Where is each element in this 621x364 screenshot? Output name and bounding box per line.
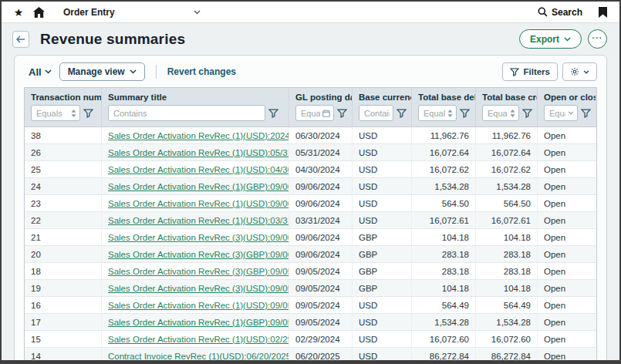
chevron-down-icon	[45, 69, 52, 74]
table-row: 19Sales Order Activation RevRec (3)(USD)…	[25, 280, 596, 297]
revert-changes-link[interactable]: Revert changes	[167, 66, 236, 77]
open-or-closed-filter[interactable]: Equals	[544, 105, 578, 121]
table-row: 14Contract Invoice RevRec (1)(USD):06/20…	[25, 348, 596, 361]
table-row: 38Sales Order Activation RevRec (1)(USD)…	[25, 127, 596, 144]
page-title: Revenue summaries	[40, 31, 185, 48]
total-base-debit-cell: 16,072.60	[412, 331, 476, 347]
total-base-debit-cell: 283.18	[412, 263, 476, 279]
gl-posting-date-cell: 09/06/2024	[289, 246, 353, 262]
summary-title-link[interactable]: Sales Order Activation RevRec (1)(USD):0…	[108, 216, 289, 225]
gl-posting-date-cell: 05/31/2024	[289, 144, 353, 160]
funnel-icon	[510, 68, 519, 76]
chevron-down-icon	[583, 70, 589, 74]
filters-button[interactable]: Filters	[502, 62, 558, 81]
base-currency-cell: USD	[353, 161, 412, 177]
gl-posting-date-cell: 06/30/2024	[289, 127, 353, 143]
status-cell: Open	[538, 127, 596, 143]
status-cell: Open	[538, 195, 596, 211]
status-cell: Open	[538, 348, 596, 361]
chevron-down-icon	[568, 111, 574, 115]
status-cell: Open	[538, 331, 596, 347]
summary-title-link[interactable]: Sales Order Activation RevRec (1)(USD):0…	[108, 199, 289, 208]
summary-title-link[interactable]: Contract Invoice RevRec (1)(USD):06/20/2…	[108, 352, 289, 361]
summary-title-link[interactable]: Sales Order Activation RevRec (1)(USD):0…	[108, 148, 289, 157]
column-total-base-credit: Total base credit Equals	[476, 88, 538, 126]
funnel-icon[interactable]	[337, 109, 347, 118]
total-base-debit-filter-operator[interactable]: Equals	[418, 105, 457, 121]
status-cell: Open	[538, 263, 596, 279]
status-cell: Open	[538, 229, 596, 245]
summary-title-link[interactable]: Sales Order Activation RevRec (1)(GBP):0…	[108, 318, 289, 327]
status-cell: Open	[538, 297, 596, 313]
transaction-number-filter-operator[interactable]: Equals	[31, 105, 80, 121]
column-label: Summary title	[102, 92, 289, 105]
total-base-credit-cell: 104.18	[476, 280, 538, 296]
gl-posting-date-cell: 09/05/2024	[289, 263, 353, 279]
total-base-credit-cell: 11,962.76	[476, 127, 538, 143]
app-window: ★ Order Entry Search Revenue summaries E…	[0, 0, 621, 364]
funnel-icon[interactable]	[83, 109, 93, 118]
base-currency-cell: GBP	[353, 263, 412, 279]
column-label: Total base debit	[412, 92, 475, 105]
base-currency-cell: USD	[353, 127, 412, 143]
summary-title-link[interactable]: Sales Order Activation RevRec (3)(GBP):0…	[108, 250, 289, 259]
transaction-number-cell: 21	[25, 229, 102, 245]
back-button[interactable]	[12, 31, 29, 48]
table-header: Transaction number Equals Summary title	[25, 88, 596, 127]
base-currency-cell: USD	[353, 314, 412, 330]
gl-posting-date-filter[interactable]: Equa	[295, 105, 334, 121]
table-body: 38Sales Order Activation RevRec (1)(USD)…	[25, 127, 596, 361]
sort-arrows-icon	[510, 110, 515, 117]
favorites-star-icon[interactable]: ★	[12, 6, 25, 19]
summary-title-link[interactable]: Sales Order Activation RevRec (3)(USD):0…	[108, 284, 289, 293]
funnel-icon[interactable]	[397, 109, 407, 118]
summary-title-link[interactable]: Sales Order Activation RevRec (3)(USD):0…	[108, 233, 289, 242]
summary-title-filter-input[interactable]	[113, 109, 262, 118]
funnel-icon[interactable]	[581, 109, 591, 118]
summary-title-cell: Sales Order Activation RevRec (3)(GBP):0…	[102, 263, 289, 279]
summary-title-cell: Sales Order Activation RevRec (1)(USD):0…	[102, 161, 289, 177]
table-row: 22Sales Order Activation RevRec (1)(USD)…	[25, 212, 596, 229]
summary-title-link[interactable]: Sales Order Activation RevRec (1)(USD):0…	[108, 165, 289, 174]
summary-title-link[interactable]: Sales Order Activation RevRec (1)(USD):0…	[108, 335, 289, 344]
summary-title-link[interactable]: Sales Order Activation RevRec (1)(USD):2…	[108, 131, 289, 140]
total-base-debit-cell: 11,962.76	[412, 127, 476, 143]
global-search[interactable]: Search	[538, 7, 582, 18]
manage-view-button[interactable]: Manage view	[59, 62, 145, 81]
funnel-icon[interactable]	[460, 109, 470, 118]
home-icon[interactable]	[32, 6, 45, 19]
summary-title-cell: Sales Order Activation RevRec (1)(USD):2…	[102, 127, 289, 143]
transaction-number-cell: 24	[25, 178, 102, 194]
total-base-credit-cell: 1,534.28	[476, 314, 538, 330]
total-base-credit-filter-operator[interactable]: Equals	[482, 105, 519, 121]
base-currency-cell: USD	[353, 348, 412, 361]
summary-title-cell: Sales Order Activation RevRec (1)(USD):0…	[102, 297, 289, 313]
view-dropdown[interactable]: All	[29, 66, 52, 78]
summary-title-link[interactable]: Sales Order Activation RevRec (1)(GBP):0…	[108, 182, 289, 191]
module-selector[interactable]: Order Entry	[63, 7, 201, 18]
funnel-icon[interactable]	[522, 109, 532, 118]
summary-title-link[interactable]: Sales Order Activation RevRec (3)(GBP):0…	[108, 267, 289, 276]
sort-arrows-icon	[447, 110, 453, 117]
transaction-number-cell: 19	[25, 280, 102, 296]
export-button[interactable]: Export	[519, 29, 582, 49]
total-base-credit-cell: 16,072.61	[476, 212, 538, 228]
transaction-number-cell: 16	[25, 297, 102, 313]
column-transaction-number: Transaction number Equals	[25, 88, 102, 126]
base-currency-filter-input[interactable]	[364, 109, 390, 118]
summary-title-link[interactable]: Sales Order Activation RevRec (1)(USD):0…	[108, 301, 289, 310]
bookmark-icon[interactable]	[596, 6, 609, 19]
total-base-debit-cell: 564.50	[412, 195, 476, 211]
search-label: Search	[552, 7, 582, 18]
base-currency-filter-input-wrap	[359, 105, 393, 121]
total-base-debit-cell: 16,072.62	[412, 161, 476, 177]
funnel-icon[interactable]	[268, 109, 278, 118]
total-base-credit-cell: 283.18	[476, 246, 538, 262]
grid-settings-button[interactable]	[562, 62, 597, 81]
summary-title-cell: Sales Order Activation RevRec (1)(USD):0…	[102, 144, 289, 160]
more-actions-button[interactable]: ···	[588, 29, 607, 49]
status-cell: Open	[538, 246, 596, 262]
total-base-credit-cell: 564.49	[476, 297, 538, 313]
column-label: Base currency	[353, 92, 411, 105]
status-cell: Open	[538, 144, 596, 160]
